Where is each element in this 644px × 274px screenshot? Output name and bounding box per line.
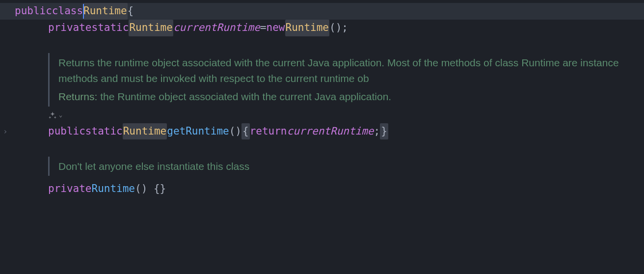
parens-semi: ();	[329, 20, 348, 36]
field-ref: currentRuntime	[287, 123, 374, 140]
keyword-private: private	[48, 181, 92, 197]
type-ref: Runtime	[129, 20, 173, 36]
code-line[interactable]: public class Runtime {	[0, 3, 644, 20]
fold-arrow-icon[interactable]: ›	[3, 125, 8, 138]
keyword-public: public	[48, 123, 85, 140]
spacer	[0, 176, 644, 181]
ai-sparkle-icon	[48, 111, 57, 120]
ctor-ref: Runtime	[285, 20, 330, 36]
ctor-body: () {}	[135, 181, 166, 197]
equals: =	[260, 20, 267, 36]
keyword-static: static	[92, 20, 129, 36]
chevron-down-icon[interactable]: ⌄	[59, 110, 62, 120]
keyword-public: public	[15, 3, 52, 20]
blank-line	[0, 140, 644, 157]
code-line[interactable]: private Runtime() {}	[0, 181, 644, 197]
brace: {	[128, 3, 134, 20]
javadoc-text: Don't let anyone else instantiate this c…	[58, 159, 490, 174]
brace-open: {	[242, 123, 250, 140]
brace-close: }	[380, 123, 388, 140]
ctor-name: Runtime	[92, 181, 135, 197]
code-line[interactable]: ›public static Runtime getRuntime() { re…	[0, 123, 644, 140]
javadoc-summary: Returns the runtime object associated wi…	[58, 55, 642, 86]
blank-line	[0, 36, 644, 53]
javadoc-block: Returns the runtime object associated wi…	[48, 53, 642, 107]
field-name: currentRuntime	[173, 20, 260, 36]
semicolon: ;	[374, 123, 380, 140]
keyword-class: class	[52, 3, 83, 20]
keyword-static: static	[85, 123, 123, 140]
keyword-private: private	[48, 20, 92, 36]
method-name: getRuntime	[167, 123, 229, 140]
code-editor[interactable]: public class Runtime { private static Ru…	[0, 0, 644, 197]
javadoc-returns-label: Returns:	[58, 91, 97, 102]
javadoc-returns-text: the Runtime object associated with the c…	[97, 91, 391, 102]
keyword-return: return	[250, 123, 287, 140]
keyword-new: new	[267, 20, 285, 36]
parens: ()	[229, 123, 242, 140]
code-line[interactable]: private static Runtime currentRuntime = …	[0, 20, 644, 36]
javadoc-returns: Returns: the Runtime object associated w…	[58, 89, 642, 105]
class-name: Runtime	[83, 3, 128, 20]
javadoc-block: Don't let anyone else instantiate this c…	[48, 157, 490, 176]
ai-assist-gutter[interactable]: ⌄	[0, 109, 644, 122]
type-ref: Runtime	[123, 123, 167, 140]
